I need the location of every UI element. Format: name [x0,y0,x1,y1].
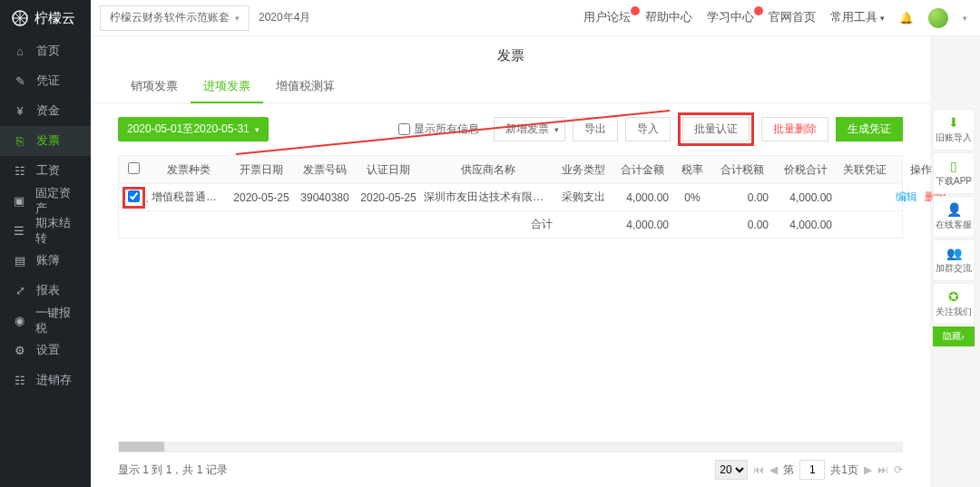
sum-total: 4,000.00 [774,219,838,231]
salary-icon: ☷ [13,164,27,178]
invoice-table: 发票种类 开票日期 发票号码 认证日期 供应商名称 业务类型 合计金额 税率 合… [118,155,903,239]
dock-hide[interactable]: 隐藏 › [933,326,975,346]
horizontal-scrollbar[interactable] [118,442,903,453]
record-info: 显示 1 到 1，共 1 记录 [118,463,228,478]
gen-voucher-button[interactable]: 生成凭证 [836,117,903,141]
content: 发票 销项发票 进项发票 增值税测算 2020-05-01至2020-05-31… [91,36,930,487]
group-icon: 👥 [946,246,961,260]
link-official[interactable]: 官网首页 [769,10,816,25]
dock-follow[interactable]: ✪关注我们 [933,283,975,325]
tabs: 销项发票 进项发票 增值税测算 [91,72,930,103]
assets-icon: ▣ [13,194,26,208]
nav-reports[interactable]: ⤢报表 [0,276,91,306]
export-button[interactable]: 导出 [573,117,618,141]
table-footer: 显示 1 到 1，共 1 记录 20 ⏮ ◀ 第 共1页 ▶ ⏭ ⟳ [91,453,930,487]
funds-icon: ¥ [13,105,27,118]
th-supplier: 供应商名称 [420,162,556,178]
tab-purchase[interactable]: 进项发票 [191,72,263,103]
tax-icon: ◉ [13,314,26,327]
books-icon: ▤ [13,254,27,268]
nav-funds[interactable]: ¥资金 [0,96,91,126]
add-invoice-button[interactable]: 新增发票 [494,117,565,141]
dock-group[interactable]: 👥加群交流 [933,239,975,281]
bell-icon[interactable]: 🔔 [899,11,914,24]
refresh-icon[interactable]: ⟳ [894,463,903,476]
import-button[interactable]: 导入 [625,117,671,141]
table-header: 发票种类 开票日期 发票号码 认证日期 供应商名称 业务类型 合计金额 税率 合… [119,156,902,183]
cell-total: 4,000.00 [774,191,838,204]
tab-vat[interactable]: 增值税测算 [263,72,348,102]
sidebar: 柠檬云 ⌂首页 ✎凭证 ¥资金 ⎘发票 ☷工资 ▣固定资产 ☰期末结转 ▤账簿 … [0,0,91,487]
link-forum[interactable]: 用户论坛 [583,10,631,25]
badge-icon [631,6,640,15]
chevron-down-icon: ▾ [255,125,260,134]
nav-salary[interactable]: ☷工资 [0,156,91,186]
cell-rate: 0% [674,191,710,204]
cell-biz: 采购支出 [556,190,611,205]
voucher-icon: ✎ [13,74,27,88]
chevron-down-icon: ▾ [880,14,885,23]
dock-service[interactable]: 👤在线客服 [933,196,975,238]
table-row[interactable]: 增值税普通发票 2020-05-25 39040380 2020-05-25 深… [119,183,902,210]
period-icon: ☰ [13,224,26,238]
th-rate: 税率 [674,162,710,178]
th-type: 发票种类 [148,162,230,178]
batch-cert-button[interactable]: 批量认证 [682,117,750,141]
person-icon: 👤 [946,202,961,217]
nav-voucher[interactable]: ✎凭证 [0,66,91,96]
link-help[interactable]: 帮助中心 [645,10,692,25]
cell-tax: 0.00 [710,191,774,204]
cell-type: 增值税普通发票 [148,190,230,205]
show-all-checkbox[interactable]: 显示所有信息 [398,122,479,137]
row-checkbox[interactable] [128,190,140,202]
nav-stock[interactable]: ☷进销存 [0,365,91,395]
nav-home[interactable]: ⌂首页 [0,36,91,66]
wechat-icon: ✪ [946,289,961,304]
annotation-highlight: 批量认证 [678,112,754,146]
sum-tax: 0.00 [710,219,774,231]
reports-icon: ⤢ [13,284,27,297]
brand-logo: 柠檬云 [0,0,91,36]
topbar-right: 用户论坛 帮助中心 学习中心 官网首页 常用工具 ▾ 🔔 ▾ [583,8,980,28]
first-page-icon[interactable]: ⏮ [753,463,764,476]
avatar[interactable] [928,8,948,28]
right-dock: ⬇旧账导入 ▯下载APP 👤在线客服 👥加群交流 ✪关注我们 隐藏 › [933,109,975,346]
topbar: 柠檬云财务软件示范账套 ▾ 2020年4月 用户论坛 帮助中心 学习中心 官网首… [91,0,980,36]
tab-sales[interactable]: 销项发票 [118,72,191,102]
last-page-icon[interactable]: ⏭ [877,463,888,476]
link-learn[interactable]: 学习中心 [707,10,754,25]
nav-settings[interactable]: ⚙设置 [0,336,91,365]
sum-label: 合计 [420,217,556,232]
prev-page-icon[interactable]: ◀ [769,463,778,476]
th-amount: 合计金额 [611,162,674,178]
nav-period[interactable]: ☰期末结转 [0,216,91,246]
th-no: 发票号码 [293,162,357,178]
th-voucher: 关联凭证 [838,162,892,178]
cell-supplier: 深圳市友田达技术有限公司 [420,190,556,205]
link-tools[interactable]: 常用工具 ▾ [830,10,885,25]
nav-invoice[interactable]: ⎘发票 [0,126,91,156]
batch-delete-button[interactable]: 批量删除 [761,117,828,141]
gear-icon: ⚙ [13,344,27,357]
dock-import[interactable]: ⬇旧账导入 [933,109,975,151]
scrollbar-thumb[interactable] [119,442,164,452]
th-cert-date: 认证日期 [357,162,420,178]
chevron-down-icon: ▾ [963,14,967,23]
checkbox-input[interactable] [398,123,410,135]
download-icon: ⬇ [946,115,961,130]
nav-assets[interactable]: ▣固定资产 [0,186,91,216]
date-range-picker[interactable]: 2020-05-01至2020-05-31 ▾ [118,117,269,141]
th-tax: 合计税额 [710,162,774,178]
nav-tax[interactable]: ◉一键报税 [0,306,91,336]
nav-books[interactable]: ▤账簿 [0,246,91,276]
page-title: 发票 [91,36,930,72]
next-page-icon[interactable]: ▶ [864,463,872,476]
dock-app[interactable]: ▯下载APP [933,152,975,194]
period-display[interactable]: 2020年4月 [250,5,331,31]
select-all-checkbox[interactable] [128,162,140,174]
page-size-select[interactable]: 20 [715,460,748,480]
cell-cert-date: 2020-05-25 [357,191,420,204]
page-input[interactable] [799,460,825,480]
account-select[interactable]: 柠檬云财务软件示范账套 ▾ [100,5,250,31]
edit-link[interactable]: 编辑 [896,190,917,203]
